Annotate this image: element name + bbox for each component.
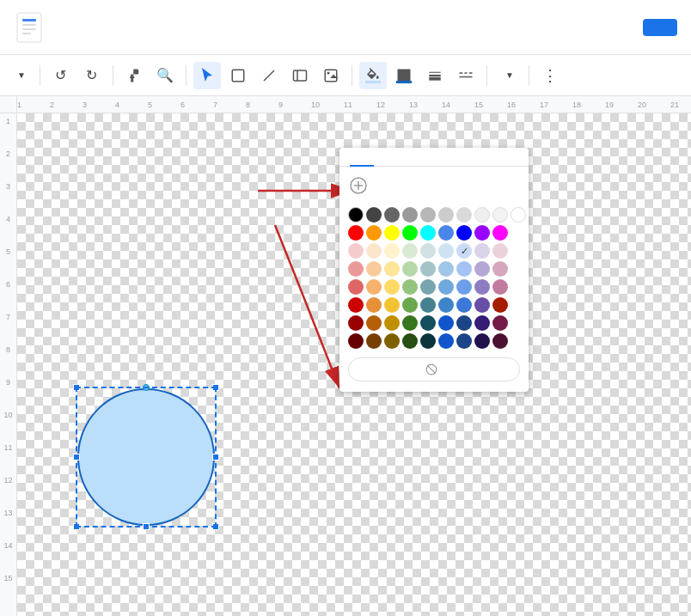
selection-handle-top-center[interactable]: [143, 384, 150, 391]
selection-handle-tr[interactable]: [212, 384, 219, 391]
transparent-button[interactable]: [348, 357, 520, 381]
color-red[interactable]: [348, 225, 364, 241]
color-dark-blue[interactable]: [438, 297, 454, 313]
save-close-button[interactable]: [643, 19, 677, 36]
color-near-white[interactable]: [492, 207, 508, 223]
font-selector[interactable]: ▼: [494, 66, 522, 84]
shape-container[interactable]: [77, 388, 215, 526]
color-dark-teal[interactable]: [420, 297, 436, 313]
color-meddark-blue[interactable]: [438, 279, 454, 295]
color-meddark-green[interactable]: [402, 279, 418, 295]
tab-solid[interactable]: [350, 148, 374, 167]
image-tool-button[interactable]: [317, 62, 345, 89]
more-options-button[interactable]: ⋮: [536, 62, 564, 89]
color-pastel-orange[interactable]: [366, 243, 382, 259]
color-med-lavender[interactable]: [474, 261, 490, 277]
color-dark-green[interactable]: [402, 297, 418, 313]
color-darkest-blue[interactable]: [438, 333, 454, 349]
color-darkest-cornflower[interactable]: [456, 333, 472, 349]
color-darker-lavender[interactable]: [474, 315, 490, 331]
color-yellow[interactable]: [384, 225, 400, 241]
redo-button[interactable]: ↻: [78, 62, 106, 89]
color-darker-blue[interactable]: [438, 315, 454, 331]
color-darkest-lavender[interactable]: [474, 333, 490, 349]
add-custom-color-button[interactable]: [339, 175, 377, 204]
color-med-cornflower[interactable]: [456, 261, 472, 277]
color-pastel-yellow[interactable]: [384, 243, 400, 259]
fill-color-button[interactable]: [359, 62, 387, 89]
color-dark-lavender[interactable]: [474, 297, 490, 313]
color-pastel-pink[interactable]: [492, 243, 508, 259]
textbox-tool-button[interactable]: [286, 62, 314, 89]
color-light-gray-1[interactable]: [438, 207, 454, 223]
color-very-light-gray[interactable]: [474, 207, 490, 223]
color-light-gray-2[interactable]: [456, 207, 472, 223]
color-darkest-orange[interactable]: [366, 333, 382, 349]
color-green[interactable]: [402, 225, 418, 241]
paint-format-button[interactable]: [120, 62, 148, 89]
color-darker-red[interactable]: [348, 315, 364, 331]
color-dark-pink[interactable]: [492, 297, 508, 313]
color-purple[interactable]: [474, 225, 490, 241]
circle-shape[interactable]: [77, 388, 215, 526]
select-tool-button[interactable]: [193, 62, 221, 89]
color-meddark-teal[interactable]: [420, 279, 436, 295]
color-dark-cornflower[interactable]: [456, 297, 472, 313]
color-darkest-yellow[interactable]: [384, 333, 400, 349]
color-darker-teal[interactable]: [420, 315, 436, 331]
border-color-button[interactable]: [390, 62, 418, 89]
color-pastel-green[interactable]: [402, 243, 418, 259]
color-darkest-teal[interactable]: [420, 333, 436, 349]
color-med-red[interactable]: [348, 261, 364, 277]
color-magenta[interactable]: [492, 225, 508, 241]
color-blue[interactable]: [456, 225, 472, 241]
border-weight-button[interactable]: [421, 62, 449, 89]
color-dark-yellow[interactable]: [384, 297, 400, 313]
selection-handle-bm[interactable]: [143, 523, 150, 530]
color-meddark-yellow[interactable]: [384, 279, 400, 295]
selection-handle-mr[interactable]: [212, 454, 219, 460]
color-meddark-cornflower[interactable]: [456, 279, 472, 295]
color-meddark-orange[interactable]: [366, 279, 382, 295]
selection-handle-ml[interactable]: [73, 454, 80, 460]
color-dark-gray-1[interactable]: [366, 207, 382, 223]
color-med-blue[interactable]: [438, 261, 454, 277]
color-pastel-blue[interactable]: [438, 243, 454, 259]
selection-handle-br[interactable]: [212, 523, 219, 530]
actions-menu-button[interactable]: ▼: [7, 67, 33, 83]
selection-handle-bl[interactable]: [73, 523, 80, 530]
color-meddark-lavender[interactable]: [474, 279, 490, 295]
color-med-orange[interactable]: [366, 261, 382, 277]
color-darkest-red[interactable]: [348, 333, 364, 349]
color-pastel-teal[interactable]: [420, 243, 436, 259]
color-orange[interactable]: [366, 225, 382, 241]
color-darker-orange[interactable]: [366, 315, 382, 331]
color-darker-pink[interactable]: [492, 315, 508, 331]
color-black[interactable]: [348, 207, 364, 223]
line-tool-button[interactable]: [255, 62, 283, 89]
color-gray[interactable]: [402, 207, 418, 223]
color-meddark-pink[interactable]: [492, 279, 508, 295]
color-med-pink[interactable]: [492, 261, 508, 277]
color-white[interactable]: [511, 207, 526, 223]
color-meddark-red[interactable]: [348, 279, 364, 295]
shape-tool-button[interactable]: [224, 62, 252, 89]
border-dash-button[interactable]: [452, 62, 480, 89]
color-pastel-red[interactable]: [348, 243, 364, 259]
color-darkest-pink[interactable]: [492, 333, 508, 349]
color-dark-red[interactable]: [348, 297, 364, 313]
color-dark-orange[interactable]: [366, 297, 382, 313]
color-cyan[interactable]: [420, 225, 436, 241]
color-dark-gray-2[interactable]: [384, 207, 400, 223]
color-med-yellow[interactable]: [384, 261, 400, 277]
selection-handle-tl[interactable]: [73, 384, 80, 391]
color-blue-medium[interactable]: [438, 225, 454, 241]
zoom-button[interactable]: 🔍: [151, 62, 179, 89]
undo-button[interactable]: ↺: [47, 62, 75, 89]
color-pastel-lavender[interactable]: [474, 243, 490, 259]
color-darker-yellow[interactable]: [384, 315, 400, 331]
color-pastel-cornflower[interactable]: [456, 243, 472, 259]
color-darker-green[interactable]: [402, 315, 418, 331]
color-darker-cornflower[interactable]: [456, 315, 472, 331]
color-medium-gray[interactable]: [420, 207, 436, 223]
